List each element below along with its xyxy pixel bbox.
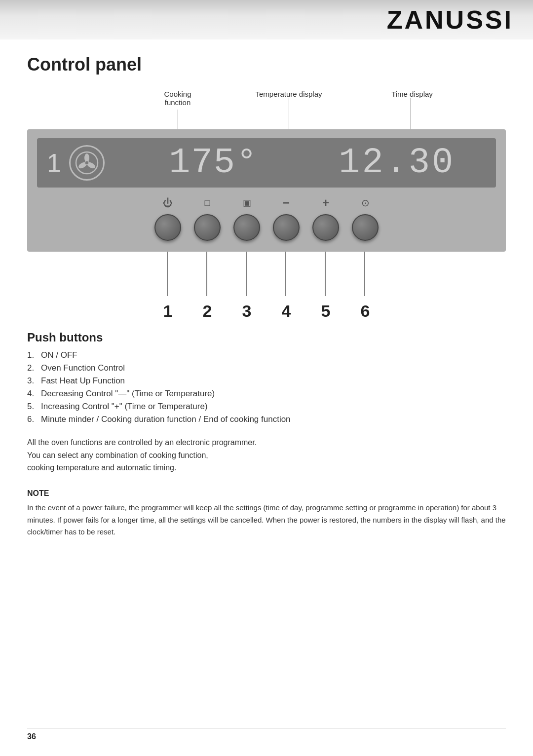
button-icon-5: + [322, 195, 329, 210]
fan-icon [75, 151, 99, 175]
temperature-display-label: Temperature display [249, 90, 328, 98]
button-group-3: ▣ [227, 195, 266, 241]
page-number: 36 [27, 732, 36, 741]
list-item: 6. Minute minder / Cooking duration func… [27, 415, 506, 424]
time-display-label: Time display [382, 90, 442, 98]
page-title: Control panel [27, 54, 506, 75]
note-section: NOTE In the event of a power failure, th… [27, 489, 506, 538]
push-buttons-title: Push buttons [27, 331, 506, 344]
button-icon-2: □ [205, 195, 210, 210]
header-bar: ZANUSSI [0, 0, 533, 39]
list-item: 2. Oven Function Control [27, 363, 506, 373]
button-number-4: 4 [266, 302, 306, 321]
push-button-2[interactable] [194, 214, 221, 241]
push-button-6[interactable] [352, 214, 379, 241]
push-button-4[interactable] [273, 214, 300, 241]
description-text: All the oven functions are controlled by… [27, 436, 506, 474]
button-number-6: 6 [345, 302, 385, 321]
list-item: 1. ON / OFF [27, 350, 506, 360]
note-title: NOTE [27, 489, 506, 498]
display-number: 1 [47, 148, 60, 178]
button-group-2: □ [188, 195, 227, 241]
button-number-5: 5 [306, 302, 345, 321]
list-item: 5. Increasing Control "+" (Time or Tempe… [27, 402, 506, 412]
control-panel: 1 175° 12.30 [27, 129, 506, 252]
button-group-1: ⏻ [148, 195, 188, 241]
page-content: Control panel Cookingfunction Temperatur… [0, 39, 533, 558]
push-buttons-section: Push buttons 1. ON / OFF 2. Oven Functio… [27, 331, 506, 424]
diagram-area: Cookingfunction Temperature display Time… [27, 90, 506, 321]
button-number-2: 2 [188, 302, 227, 321]
temperature-display: 175° [124, 143, 303, 183]
push-buttons-list: 1. ON / OFF 2. Oven Function Control 3. … [27, 350, 506, 424]
push-button-1[interactable] [154, 214, 181, 241]
push-button-3[interactable] [233, 214, 260, 241]
button-group-5: + [306, 195, 345, 241]
push-button-5[interactable] [312, 214, 339, 241]
note-text: In the event of a power failure, the pro… [27, 502, 506, 538]
button-icon-3: ▣ [243, 195, 251, 210]
button-group-6: ⊙ [345, 195, 385, 241]
button-icon-4: − [283, 195, 290, 210]
list-item: 4. Decreasing Control "—" (Time or Tempe… [27, 389, 506, 399]
list-item: 3. Fast Heat Up Function [27, 376, 506, 386]
page-footer: 36 [27, 728, 506, 741]
function-icon [69, 145, 105, 181]
svg-point-4 [85, 161, 89, 165]
button-group-4: − [266, 195, 306, 241]
description-block: All the oven functions are controlled by… [27, 436, 506, 474]
cooking-function-label: Cookingfunction [155, 90, 200, 107]
button-number-3: 3 [227, 302, 266, 321]
time-display: 12.30 [307, 143, 486, 183]
brand-logo: ZANUSSI [387, 5, 513, 35]
buttons-row: ⏻ □ ▣ − [37, 195, 496, 241]
button-number-1: 1 [148, 302, 188, 321]
display-row: 1 175° 12.30 [37, 138, 496, 188]
button-icon-1: ⏻ [163, 195, 173, 210]
button-icon-6: ⊙ [361, 195, 370, 210]
